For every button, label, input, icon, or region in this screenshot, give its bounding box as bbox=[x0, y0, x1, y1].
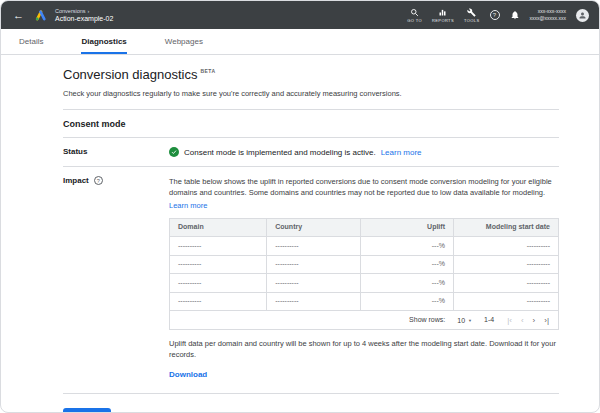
goto-search-button[interactable]: GO TO bbox=[407, 8, 422, 23]
cell-date: ---------- bbox=[453, 274, 558, 293]
topbar-actions: GO TO REPORTS TOOLS ? xxx-xxx-xxxx xxxx@… bbox=[407, 8, 589, 23]
cell-date: ---------- bbox=[453, 292, 558, 311]
cell-country: ---------- bbox=[267, 292, 360, 311]
beta-badge: BETA bbox=[200, 68, 215, 74]
avatar bbox=[576, 9, 589, 22]
top-app-bar: ← Conversions › Action-example-02 GO TO … bbox=[1, 1, 599, 29]
notifications-button[interactable] bbox=[510, 10, 520, 20]
pagination-row: Show rows: 10 ▼ 1-4 |‹ ‹ bbox=[170, 311, 559, 330]
section-title: Consent mode bbox=[63, 109, 559, 129]
help-button[interactable]: ? bbox=[490, 10, 500, 20]
table-row: ---------- ---------- ---% ---------- bbox=[170, 274, 559, 293]
rows-per-page-value: 10 bbox=[457, 317, 465, 324]
account-email: xxxx@xxxxx.xxx bbox=[530, 15, 566, 23]
person-icon bbox=[578, 11, 587, 20]
cell-uplift: ---% bbox=[360, 255, 453, 274]
impact-row: Impact ? The table below shows the uplif… bbox=[63, 166, 559, 394]
uplift-footer-note: Uplift data per domain and country will … bbox=[169, 338, 559, 361]
cell-country: ---------- bbox=[267, 274, 360, 293]
next-page-icon: › bbox=[533, 316, 536, 325]
status-learn-more-link[interactable]: Learn more bbox=[381, 148, 422, 157]
main-content: Conversion diagnosticsBETA Check your di… bbox=[1, 55, 599, 413]
page-description: Check your diagnostics regularly to make… bbox=[63, 89, 559, 98]
impact-label: Impact ? bbox=[63, 176, 169, 185]
search-icon bbox=[410, 8, 419, 17]
question-mark-icon: ? bbox=[493, 12, 496, 18]
tools-button[interactable]: TOOLS bbox=[464, 8, 480, 23]
table-header-row: Domain Country Uplift Modeling start dat… bbox=[170, 218, 559, 237]
tools-label: TOOLS bbox=[464, 18, 480, 23]
breadcrumb: Conversions › Action-example-02 bbox=[55, 8, 113, 22]
cell-date: ---------- bbox=[453, 255, 558, 274]
column-header-domain: Domain bbox=[170, 218, 267, 237]
tab-details[interactable]: Details bbox=[19, 29, 43, 54]
chevron-right-icon: › bbox=[88, 8, 90, 14]
table-row: ---------- ---------- ---% ---------- bbox=[170, 255, 559, 274]
question-mark-icon: ? bbox=[97, 178, 100, 184]
avatar-button[interactable] bbox=[576, 9, 589, 22]
uplift-table: Domain Country Uplift Modeling start dat… bbox=[169, 218, 559, 330]
bar-chart-icon bbox=[438, 8, 447, 17]
page-title: Conversion diagnosticsBETA bbox=[63, 67, 559, 82]
cell-uplift: ---% bbox=[360, 274, 453, 293]
status-label: Status bbox=[63, 147, 169, 156]
google-ads-logo-icon bbox=[34, 9, 47, 22]
reports-button[interactable]: REPORTS bbox=[432, 8, 454, 23]
cell-domain: ---------- bbox=[170, 255, 267, 274]
back-arrow-icon: ← bbox=[13, 9, 24, 21]
consent-mode-panel: Status Consent mode is implemented and m… bbox=[63, 137, 559, 394]
account-id: xxx-xxx-xxxx bbox=[530, 8, 566, 16]
last-page-icon: ›| bbox=[544, 316, 549, 325]
column-header-modeling-start-date: Modeling start date bbox=[453, 218, 558, 237]
table-row: ---------- ---------- ---% ---------- bbox=[170, 292, 559, 311]
cell-uplift: ---% bbox=[360, 237, 453, 256]
pagination-buttons: |‹ ‹ › ›| bbox=[506, 316, 550, 325]
next-page-button[interactable]: › bbox=[532, 316, 537, 325]
wrench-icon bbox=[467, 8, 476, 17]
impact-content: The table below shows the uplift in repo… bbox=[169, 176, 559, 381]
bell-icon bbox=[510, 10, 520, 20]
check-circle-icon bbox=[169, 147, 179, 157]
previous-page-icon: ‹ bbox=[521, 316, 524, 325]
tab-webpages[interactable]: Webpages bbox=[165, 29, 203, 54]
column-header-uplift: Uplift bbox=[360, 218, 453, 237]
impact-label-text: Impact bbox=[63, 176, 89, 185]
cell-uplift: ---% bbox=[360, 292, 453, 311]
cell-domain: ---------- bbox=[170, 274, 267, 293]
tab-bar: Details Diagnostics Webpages bbox=[1, 29, 599, 55]
pagination-controls: Show rows: 10 ▼ 1-4 |‹ ‹ bbox=[178, 315, 550, 326]
status-row: Status Consent mode is implemented and m… bbox=[63, 137, 559, 166]
back-button[interactable]: Back bbox=[63, 408, 111, 413]
tab-diagnostics[interactable]: Diagnostics bbox=[81, 29, 126, 54]
account-info: xxx-xxx-xxxx xxxx@xxxxx.xxx bbox=[530, 8, 566, 23]
cell-date: ---------- bbox=[453, 237, 558, 256]
show-rows-label: Show rows: bbox=[409, 315, 445, 326]
dropdown-arrow-icon: ▼ bbox=[468, 318, 472, 323]
cell-country: ---------- bbox=[267, 255, 360, 274]
goto-label: GO TO bbox=[407, 18, 422, 23]
table-row: ---------- ---------- ---% ---------- bbox=[170, 237, 559, 256]
reports-label: REPORTS bbox=[432, 18, 454, 23]
status-message: Consent mode is implemented and modeling… bbox=[184, 148, 376, 157]
cell-domain: ---------- bbox=[170, 292, 267, 311]
impact-learn-more-link[interactable]: Learn more bbox=[169, 200, 207, 211]
status-content: Consent mode is implemented and modeling… bbox=[169, 147, 422, 157]
breadcrumb-parent-label: Conversions bbox=[55, 8, 86, 14]
previous-page-button[interactable]: ‹ bbox=[520, 316, 525, 325]
back-arrow-button[interactable]: ← bbox=[11, 10, 26, 21]
column-header-country: Country bbox=[267, 218, 360, 237]
first-page-button[interactable]: |‹ bbox=[506, 316, 513, 325]
cell-country: ---------- bbox=[267, 237, 360, 256]
impact-help-button[interactable]: ? bbox=[94, 176, 103, 185]
rows-per-page-select[interactable]: 10 ▼ bbox=[457, 317, 472, 324]
page-title-text: Conversion diagnostics bbox=[63, 67, 197, 82]
breadcrumb-parent[interactable]: Conversions › bbox=[55, 8, 113, 14]
impact-description: The table below shows the uplift in repo… bbox=[169, 176, 559, 199]
last-page-button[interactable]: ›| bbox=[543, 316, 550, 325]
first-page-icon: |‹ bbox=[507, 316, 512, 325]
pagination-range: 1-4 bbox=[484, 315, 494, 326]
cell-domain: ---------- bbox=[170, 237, 267, 256]
download-link[interactable]: Download bbox=[169, 369, 207, 381]
breadcrumb-current: Action-example-02 bbox=[55, 15, 113, 22]
